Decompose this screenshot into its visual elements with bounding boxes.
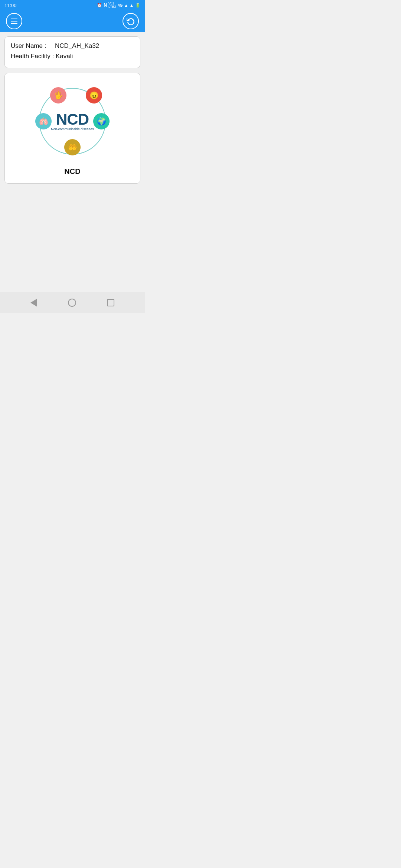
back-icon [30,299,37,307]
ncd-icon-topleft: 🖐 [50,87,66,103]
ncd-icon-bottom: 🤲 [64,139,81,155]
main-content: User Name : NCD_AH_Ka32 Health Facility … [0,32,145,292]
user-info-card: User Name : NCD_AH_Ka32 Health Facility … [4,36,140,68]
refresh-button[interactable] [123,13,139,29]
signal-icon: ▲ [124,3,128,7]
ncd-center: NCD Non-communicable diseases [51,112,94,131]
ncd-icon-right: 🌍 [93,113,110,129]
ncd-label: NCD [64,167,80,176]
username-value: NCD_AH_Ka32 [55,42,99,49]
facility-label: Health Facility : [11,53,54,60]
bottom-nav [0,292,145,313]
ncd-logo: NCD Non-communicable diseases 🖐 😠 🌍 🫁 [32,80,113,162]
ncd-icon-left: 🫁 [35,113,52,129]
facility-value: Kavali [56,53,73,60]
alarm-icon: ⏰ [97,3,102,8]
back-button[interactable] [27,296,40,310]
4g-icon: 4G [118,3,123,7]
menu-button[interactable] [6,13,22,29]
status-bar: 11:00 ⏰ N Vo1LTE2 4G ▲ ▲ 🔋 [0,0,145,10]
recent-icon [107,299,114,306]
home-button[interactable] [65,296,79,310]
facility-row: Health Facility : Kavali [11,52,134,60]
status-time: 11:00 [4,3,17,8]
username-label: User Name : [11,42,46,49]
ncd-sub-text: Non-communicable diseases [51,127,94,131]
status-icons: ⏰ N Vo1LTE2 4G ▲ ▲ 🔋 [97,2,140,9]
home-icon [68,299,76,307]
nfc-icon: N [104,3,107,8]
ncd-big-text: NCD [51,112,94,127]
hamburger-icon [11,19,17,24]
volte-icon: Vo1LTE2 [108,2,116,9]
signal2-icon: ▲ [130,3,134,7]
app-header [0,10,145,32]
ncd-icon-topright: 😠 [86,87,102,103]
battery-icon: 🔋 [135,3,140,8]
ncd-card[interactable]: NCD Non-communicable diseases 🖐 😠 🌍 🫁 [4,73,140,184]
username-row: User Name : NCD_AH_Ka32 [11,42,134,50]
recent-button[interactable] [104,296,117,309]
refresh-icon [127,17,135,25]
